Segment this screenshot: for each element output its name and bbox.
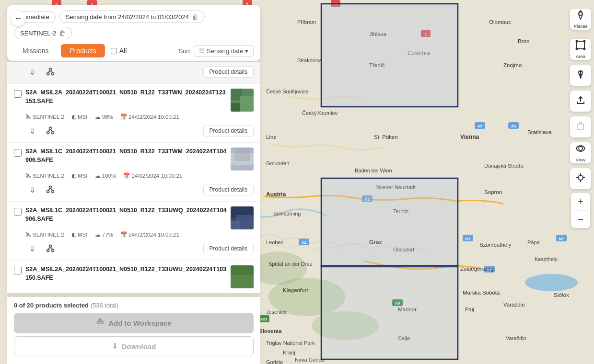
svg-text:Varaždin: Varaždin — [506, 335, 526, 341]
product-2-name: S2A_MSIL1C_20240224T100021_N0510_R122_T3… — [25, 148, 227, 164]
svg-text:Gorizia: Gorizia — [266, 359, 283, 364]
filter-sentinel-delete-icon[interactable]: 🗑 — [59, 29, 66, 37]
all-checkbox-label[interactable]: All — [111, 47, 127, 55]
svg-text:Příbram: Příbram — [297, 19, 316, 25]
all-label: All — [119, 47, 127, 55]
product-2-satellite: 🛰 SENTINEL 2 — [25, 173, 64, 179]
download-label: Download — [122, 342, 156, 351]
svg-text:Nova Gorica: Nova Gorica — [295, 357, 325, 363]
view-icon — [575, 143, 586, 156]
area-button[interactable]: Area — [570, 39, 591, 60]
svg-line-94 — [50, 130, 53, 132]
selection-info: 0 of 20 products selected (536 total) — [14, 302, 254, 309]
sort-chevron-icon: ▾ — [245, 47, 248, 55]
view-label: View — [576, 157, 585, 162]
selection-total: (536 total) — [91, 302, 119, 309]
product-4-checkbox[interactable] — [14, 267, 22, 274]
svg-point-83 — [52, 73, 54, 75]
svg-rect-106 — [231, 221, 240, 229]
product-2-details-btn[interactable]: Product details — [203, 184, 254, 195]
svg-text:Keszthely: Keszthely — [535, 256, 558, 262]
bottom-area: 0 of 20 products selected (536 total) Ad… — [7, 297, 260, 364]
svg-point-124 — [576, 48, 578, 50]
product-3-satellite: 🛰 SENTINEL 2 — [25, 232, 64, 238]
delete-button[interactable] — [570, 116, 591, 137]
svg-rect-88 — [240, 96, 254, 112]
product-1-actions: ⇓ Product details — [14, 124, 254, 137]
product-details-btn-partial[interactable]: Product details — [203, 66, 254, 78]
svg-text:Austria: Austria — [266, 191, 286, 198]
svg-line-93 — [48, 130, 50, 132]
svg-text:Triglav National Park: Triglav National Park — [266, 340, 315, 346]
svg-rect-79 — [321, 178, 458, 267]
pin-button[interactable] — [570, 65, 591, 86]
product-2-actions: ⇓ Product details — [14, 183, 254, 196]
svg-rect-80 — [321, 266, 458, 359]
product-1-details-btn[interactable]: Product details — [203, 125, 254, 136]
products-list[interactable]: ⇓ Product details S2A_MSIL2A_20240224T10 — [7, 62, 260, 293]
product-1-checkbox[interactable] — [14, 90, 22, 98]
svg-line-85 — [50, 71, 53, 73]
svg-rect-113 — [231, 275, 254, 288]
upload-button[interactable] — [570, 91, 591, 112]
filter-date-range[interactable]: Sensing date from 24/02/2024 to 01/03/20… — [59, 11, 205, 23]
svg-text:Ptuj: Ptuj — [465, 307, 474, 312]
product-2-checkbox[interactable] — [14, 149, 22, 157]
tab-products[interactable]: Products — [61, 44, 105, 57]
product-4-header: S2A_MSIL2A_20240224T100021_N0510_R122_T3… — [14, 265, 254, 288]
workspace-icon — [96, 318, 105, 328]
svg-rect-121 — [577, 41, 584, 49]
svg-point-1 — [525, 274, 578, 291]
all-checkbox[interactable] — [111, 48, 117, 54]
product-1-share-icon[interactable] — [44, 124, 57, 137]
svg-point-82 — [47, 73, 49, 75]
product-2-download-icon[interactable]: ⇓ — [25, 183, 39, 196]
svg-line-102 — [50, 189, 53, 191]
svg-point-99 — [47, 191, 49, 193]
svg-text:M7: M7 — [559, 237, 564, 241]
product-3-checkbox[interactable] — [14, 208, 22, 216]
sort-text: Sort: — [179, 47, 192, 55]
svg-text:Bratislava: Bratislava — [527, 129, 552, 135]
svg-point-123 — [584, 41, 585, 42]
filter-bar: Immediate Sensing date from 24/02/2024 t… — [7, 5, 260, 61]
product-item-4: S2A_MSIL2A_20240224T100021_N0510_R122_T3… — [7, 261, 260, 289]
product-3-meta: 🛰 SENTINEL 2 · ◐ MSI · ☁ 77% · 📅 24/02/2… — [14, 231, 254, 238]
svg-point-125 — [584, 48, 585, 50]
product-1-name: S2A_MSIL2A_20240224T100021_N0510_R122_T3… — [25, 89, 227, 105]
product-1-download-icon[interactable]: ⇓ — [25, 124, 39, 137]
area-label: Area — [576, 54, 585, 59]
product-1-satellite: 🛰 SENTINEL 2 — [25, 114, 64, 120]
zoom-in-button[interactable]: + — [571, 193, 590, 210]
filter-sentinel-label: SENTINEL-2 — [20, 30, 56, 37]
download-button[interactable]: ⇓ Download — [14, 336, 254, 356]
back-button[interactable]: ← — [11, 11, 26, 26]
tab-missions[interactable]: Missions — [14, 44, 57, 57]
tabs-sort-row: Missions Products All Sort: ☰ Sensing da… — [14, 44, 254, 61]
product-3-details-btn[interactable]: Product details — [203, 243, 254, 254]
product-3-share-icon[interactable] — [44, 242, 57, 255]
filter-sentinel[interactable]: SENTINEL-2 🗑 — [14, 27, 72, 39]
area-icon — [575, 40, 586, 53]
sort-value: Sensing date — [207, 47, 243, 55]
add-workspace-button[interactable]: Add to Workspace — [14, 313, 254, 333]
product-3-download-icon[interactable]: ⇓ — [25, 242, 39, 255]
zoom-out-button[interactable]: − — [571, 211, 590, 228]
download-icon-partial[interactable]: ⇓ — [25, 65, 39, 79]
svg-rect-78 — [321, 4, 458, 107]
svg-text:Znojmo: Znojmo — [503, 62, 522, 68]
product-2-share-icon[interactable] — [44, 183, 57, 196]
svg-point-81 — [49, 68, 52, 71]
svg-point-108 — [47, 250, 49, 252]
view-button[interactable]: View — [570, 142, 591, 163]
filter-date-delete-icon[interactable]: 🗑 — [192, 13, 198, 21]
crosshair-button[interactable] — [570, 168, 591, 189]
share-icon-partial[interactable] — [44, 65, 57, 79]
product-4-thumbnail — [231, 265, 254, 288]
svg-text:Kranj: Kranj — [283, 350, 295, 355]
product-4-name: S2A_MSIL2A_20240224T100021_N0510_R122_T3… — [25, 265, 227, 282]
svg-text:Klagenfurt: Klagenfurt — [283, 287, 308, 293]
sort-select[interactable]: ☰ Sensing date ▾ — [194, 45, 254, 57]
zoom-group: + − — [571, 193, 590, 228]
places-button[interactable]: Places — [570, 9, 591, 30]
